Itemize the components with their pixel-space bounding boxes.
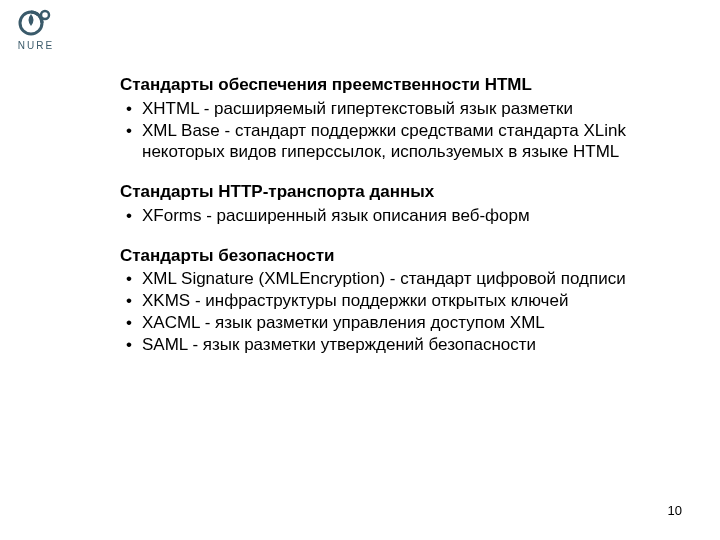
- logo-text: NURE: [16, 40, 56, 51]
- logo: NURE: [16, 8, 56, 51]
- list-item: XForms - расширенный язык описания веб-ф…: [120, 205, 680, 227]
- nure-logo-icon: [16, 8, 56, 38]
- section-heading: Стандарты HTTP-транспорта данных: [120, 181, 680, 203]
- list-item: XML Base - стандарт поддержки средствами…: [120, 120, 680, 164]
- slide: NURE Стандарты обеспечения преемственнос…: [0, 0, 720, 540]
- svg-point-1: [41, 11, 49, 19]
- bullet-list: XForms - расширенный язык описания веб-ф…: [120, 205, 680, 227]
- bullet-list: XML Signature (XMLEncryption) - стандарт…: [120, 268, 680, 355]
- list-item: XACML - язык разметки управления доступо…: [120, 312, 680, 334]
- section-heading: Стандарты обеспечения преемственности HT…: [120, 74, 680, 96]
- list-item: XML Signature (XMLEncryption) - стандарт…: [120, 268, 680, 290]
- list-item: XHTML - расширяемый гипертекстовый язык …: [120, 98, 680, 120]
- page-number: 10: [668, 503, 682, 518]
- bullet-list: XHTML - расширяемый гипертекстовый язык …: [120, 98, 680, 163]
- section-heading: Стандарты безопасности: [120, 245, 680, 267]
- list-item: SAML - язык разметки утверждений безопас…: [120, 334, 680, 356]
- list-item: XKMS - инфраструктуры поддержки открытых…: [120, 290, 680, 312]
- slide-content: Стандарты обеспечения преемственности HT…: [120, 74, 680, 355]
